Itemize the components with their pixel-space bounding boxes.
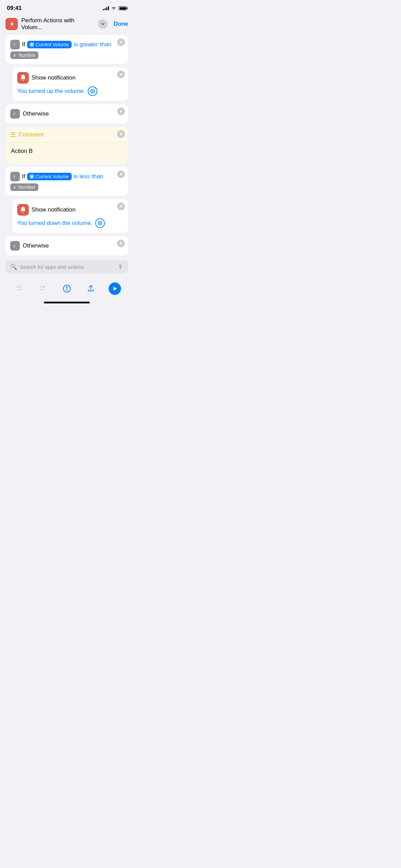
detail-button-1[interactable]	[88, 86, 97, 96]
close-comment[interactable]	[117, 130, 125, 138]
home-bar	[44, 302, 90, 303]
close-notif-1[interactable]	[117, 71, 125, 78]
close-if-1[interactable]	[117, 38, 125, 46]
current-volume-token-2[interactable]: Current Volume	[27, 173, 71, 180]
chevron-down-button[interactable]	[98, 19, 108, 29]
signal-icon	[103, 6, 109, 10]
notification-icon-1	[17, 72, 29, 84]
svg-point-17	[66, 287, 67, 288]
svg-text:Y: Y	[13, 244, 16, 249]
home-indicator	[0, 299, 134, 305]
otherwise-icon-1: Y	[10, 109, 20, 119]
close-if-2[interactable]	[117, 170, 125, 178]
done-button[interactable]: Done	[114, 21, 129, 27]
notification-block-2: Show notification You turned down the vo…	[12, 199, 128, 233]
svg-point-5	[23, 80, 24, 81]
undo-button[interactable]	[11, 281, 26, 296]
svg-text:#: #	[13, 185, 16, 189]
svg-rect-10	[31, 176, 33, 178]
search-input[interactable]: Search for apps and actions	[20, 264, 115, 270]
svg-rect-3	[31, 44, 33, 46]
svg-text:Y: Y	[13, 112, 16, 117]
condition-less-text: is less	[74, 173, 90, 180]
number-token-2[interactable]: # Number	[10, 183, 38, 191]
otherwise-icon-2: Y	[10, 241, 20, 251]
svg-text:Y: Y	[13, 174, 16, 179]
if-label-1: If	[22, 41, 25, 48]
if-block-2: Y If Current Volume is less than # Numbe…	[5, 167, 128, 196]
svg-marker-18	[113, 287, 117, 291]
app-header: Perform Actions with Volum... Done	[0, 14, 134, 35]
status-icons	[103, 6, 127, 10]
condition-greater-text: is greater	[74, 41, 98, 48]
share-button[interactable]	[83, 281, 98, 296]
shortcut-title: Perform Actions with Volum...	[21, 17, 94, 31]
comment-label: Comment	[19, 131, 44, 138]
notification-value-2[interactable]: You turned down the volume.	[17, 220, 93, 227]
svg-marker-0	[10, 22, 13, 26]
svg-text:Y: Y	[13, 43, 16, 47]
condition-than-text-2: than	[92, 173, 103, 180]
info-button[interactable]	[59, 281, 74, 296]
otherwise-label-1: Otherwise	[23, 110, 49, 117]
otherwise-label-2: Otherwise	[23, 242, 49, 249]
microphone-icon[interactable]: 🎙	[118, 264, 123, 270]
wifi-icon	[111, 6, 117, 10]
otherwise-block-1: Y Otherwise	[5, 104, 128, 123]
if-label-2: If	[22, 173, 25, 180]
shortcut-content: Y If Current Volume is greater than # Nu…	[0, 35, 134, 255]
detail-button-2[interactable]	[95, 218, 105, 228]
notification-value-1[interactable]: You turned up the volume.	[17, 88, 85, 95]
otherwise-block-2: Y Otherwise	[5, 236, 128, 255]
status-time: 09:41	[7, 5, 22, 12]
show-notification-label-1: Show notification	[32, 74, 76, 81]
search-bar[interactable]: 🔍 Search for apps and actions 🎙	[5, 260, 128, 274]
close-otherwise-2[interactable]	[117, 240, 125, 247]
redo-button[interactable]	[35, 281, 50, 296]
notification-block-1: Show notification You turned up the volu…	[12, 67, 128, 101]
search-icon: 🔍	[10, 264, 17, 270]
svg-point-12	[23, 212, 24, 213]
back-button[interactable]	[5, 18, 18, 30]
close-otherwise-1[interactable]	[117, 108, 125, 115]
notification-icon-2	[17, 204, 29, 216]
battery-icon	[119, 6, 127, 10]
search-section: 🔍 Search for apps and actions 🎙	[0, 257, 134, 277]
comment-icon: ☰	[10, 131, 16, 138]
status-bar: 09:41	[0, 0, 134, 14]
bottom-toolbar	[0, 277, 134, 299]
current-volume-token-1[interactable]: Current Volume	[27, 41, 71, 48]
play-button[interactable]	[107, 281, 122, 296]
comment-body[interactable]: Action B	[5, 143, 128, 164]
show-notification-label-2: Show notification	[32, 206, 76, 213]
close-notif-2[interactable]	[117, 203, 125, 210]
number-token-1[interactable]: # Number	[10, 51, 38, 59]
svg-text:#: #	[13, 53, 16, 57]
comment-block: ☰ Comment Action B	[5, 127, 128, 164]
if-icon-2: Y	[10, 172, 20, 181]
if-icon-1: Y	[10, 40, 20, 49]
condition-than-text-1: than	[100, 41, 111, 48]
if-block-1: Y If Current Volume is greater than # Nu…	[5, 35, 128, 64]
